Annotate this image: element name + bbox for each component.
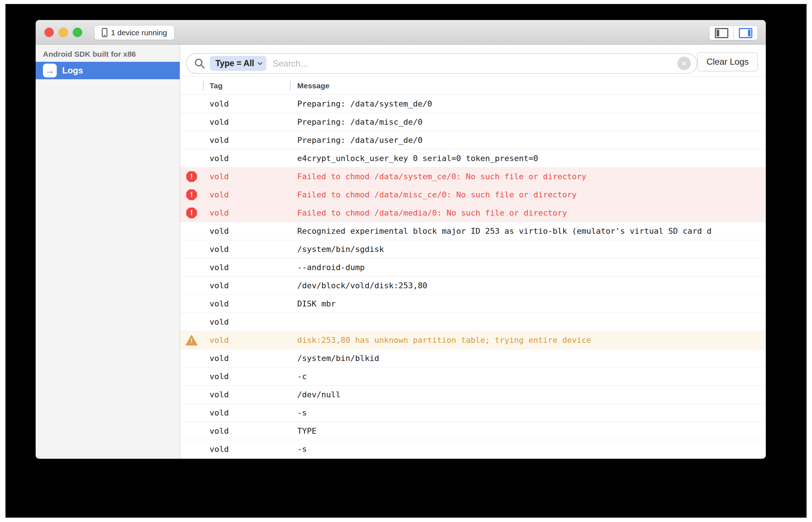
log-row[interactable]: voldPreparing: /data/user_de/0	[180, 131, 766, 149]
close-button[interactable]	[44, 28, 54, 37]
column-divider	[290, 81, 291, 91]
column-divider	[203, 81, 204, 91]
log-table-body: voldPreparing: /data/system_de/0voldPrep…	[180, 95, 766, 459]
header-icon-column	[180, 77, 203, 95]
log-message: -c	[290, 372, 766, 381]
log-row[interactable]: vold/system/bin/blkid	[180, 349, 766, 368]
log-message: Failed to chmod /data/media/0: No such f…	[290, 208, 766, 217]
right-panel-icon	[739, 28, 752, 38]
log-message: DISK mbr	[290, 299, 766, 308]
log-row[interactable]: voldRecognized experimental block major …	[180, 222, 766, 240]
device-name: Android SDK built for x86	[36, 49, 180, 59]
sidebar-item-logs[interactable]: → Logs	[36, 62, 180, 79]
log-tag: vold	[203, 263, 290, 272]
log-tag: vold	[203, 390, 290, 399]
log-message: e4crypt_unlock_user_key 0 serial=0 token…	[290, 154, 766, 163]
log-row[interactable]: !volddisk:253,80 has unknown partition t…	[180, 331, 766, 349]
log-tag: vold	[203, 208, 290, 217]
log-row[interactable]: vold-s	[180, 440, 766, 458]
log-row[interactable]: voldPreparing: /data/misc_de/0	[180, 113, 766, 131]
clear-search-icon[interactable]: ✕	[677, 57, 691, 70]
device-running-label: 1 device running	[111, 28, 167, 37]
log-tag: vold	[203, 190, 290, 199]
log-row[interactable]: vold/dev/null	[180, 386, 766, 404]
panel-toggle-group	[709, 25, 758, 40]
log-message: Failed to chmod /data/system_ce/0: No su…	[290, 172, 766, 181]
logs-arrow-icon: →	[43, 64, 57, 77]
phone-icon	[102, 28, 107, 37]
header-message-column: Message	[290, 77, 766, 95]
log-row[interactable]: vold-c	[180, 368, 766, 386]
log-message: /system/bin/sgdisk	[290, 245, 766, 254]
sidebar-item-label: Logs	[62, 65, 83, 76]
log-message: --android-dump	[290, 263, 766, 272]
log-row[interactable]: vold/dev/block/vold/disk:253,80	[180, 277, 766, 295]
log-message: TYPE	[290, 426, 766, 435]
log-message: disk:253,80 has unknown partition table;…	[290, 336, 766, 345]
log-tag: vold	[203, 117, 290, 127]
log-message: Preparing: /data/misc_de/0	[290, 117, 766, 127]
log-row[interactable]: !voldFailed to chmod /data/misc_ce/0: No…	[180, 186, 766, 204]
log-message: Preparing: /data/user_de/0	[290, 136, 766, 145]
clear-logs-button[interactable]: Clear Logs	[697, 52, 758, 71]
minimize-button[interactable]	[59, 28, 68, 37]
type-filter-dropdown[interactable]: Type = All	[210, 56, 266, 71]
type-filter-label: Type = All	[215, 59, 254, 68]
traffic-lights	[44, 28, 82, 37]
log-row[interactable]: vold	[180, 313, 766, 331]
log-message: /dev/block/vold/disk:253,80	[290, 281, 766, 290]
log-message: /system/bin/blkid	[290, 354, 766, 363]
log-row[interactable]: !voldFailed to chmod /data/system_ce/0: …	[180, 168, 766, 186]
log-tag: vold	[203, 99, 290, 108]
toolbar: Type = All ✕ Clear Logs	[180, 45, 766, 77]
error-icon: !	[180, 208, 203, 218]
log-row[interactable]: vold-s	[180, 404, 766, 422]
log-message: Failed to chmod /data/misc_ce/0: No such…	[290, 190, 766, 199]
header-message-label: Message	[297, 81, 330, 90]
log-table-header: Tag Message	[180, 77, 766, 95]
search-icon	[194, 58, 206, 69]
log-message: /dev/null	[290, 390, 766, 399]
log-message: -s	[290, 445, 766, 454]
search-bar: Type = All ✕	[186, 53, 697, 74]
log-tag: vold	[203, 245, 290, 254]
header-tag-column: Tag	[203, 77, 290, 95]
search-input[interactable]	[273, 59, 677, 69]
zoom-button[interactable]	[73, 28, 82, 37]
log-row[interactable]: voldTYPE	[180, 422, 766, 440]
app-window: 1 device running Android SDK built for x…	[36, 20, 766, 459]
sidebar: Android SDK built for x86 → Logs	[36, 45, 180, 459]
error-icon: !	[180, 171, 203, 182]
log-row[interactable]: !voldFailed to chmod /data/media/0: No s…	[180, 204, 766, 222]
log-row[interactable]: vold/system/bin/sgdisk	[180, 240, 766, 258]
log-row[interactable]: voldPreparing: /data/system_de/0	[180, 95, 766, 113]
log-tag: vold	[203, 299, 290, 308]
toggle-left-panel-button[interactable]	[709, 26, 733, 40]
error-octagon-icon: !	[186, 171, 197, 182]
warning-triangle-icon: !	[186, 335, 198, 346]
log-tag: vold	[203, 354, 290, 363]
log-row[interactable]: volde4crypt_unlock_user_key 0 serial=0 t…	[180, 149, 766, 168]
log-tag: vold	[203, 154, 290, 163]
log-tag: vold	[203, 281, 290, 290]
log-tag: vold	[203, 136, 290, 145]
error-octagon-icon: !	[186, 208, 197, 218]
log-tag: vold	[203, 408, 290, 417]
log-tag: vold	[203, 445, 290, 454]
log-tag: vold	[203, 226, 290, 236]
log-message: Preparing: /data/system_de/0	[290, 99, 766, 108]
log-tag: vold	[203, 336, 290, 345]
error-icon: !	[180, 189, 203, 200]
log-row[interactable]: voldDISK mbr	[180, 295, 766, 313]
log-tag: vold	[203, 426, 290, 435]
log-row[interactable]: vold--android-dump	[180, 258, 766, 277]
left-panel-icon	[715, 28, 728, 38]
log-tag: vold	[203, 317, 290, 326]
log-message: Recognized experimental block major ID 2…	[290, 226, 766, 236]
toggle-right-panel-button[interactable]	[733, 26, 757, 40]
main-panel: Type = All ✕ Clear Logs Tag	[180, 45, 766, 459]
log-tag: vold	[203, 172, 290, 181]
error-octagon-icon: !	[186, 189, 197, 200]
device-running-button[interactable]: 1 device running	[94, 25, 175, 40]
warning-icon: !	[180, 335, 203, 346]
